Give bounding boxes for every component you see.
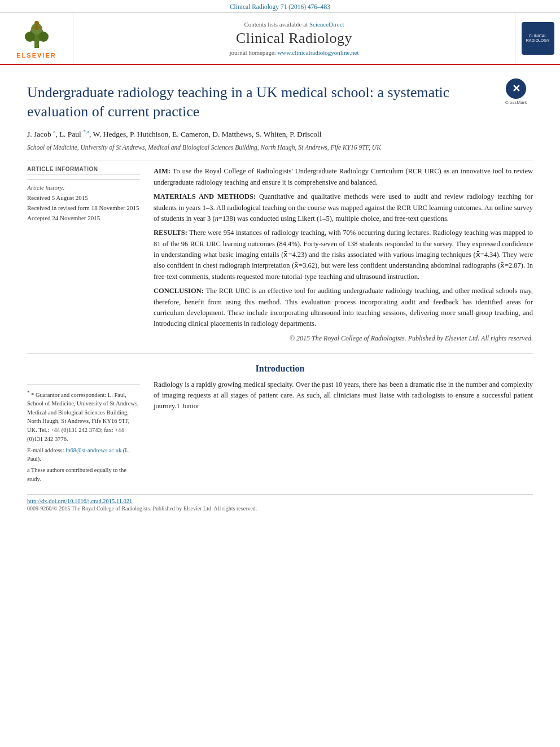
introduction-heading: Introduction	[27, 364, 533, 374]
abstract-methods: MATERIALS AND METHODS: Quantitative and …	[154, 191, 533, 224]
elsevier-wordmark: ELSEVIER	[16, 52, 56, 59]
intro-two-col: * * Guarantor and correspondent: L. Paul…	[27, 379, 533, 486]
main-content: Undergraduate radiology teaching in a UK…	[0, 65, 560, 523]
radiology-logo-box: CLINICALRADIOLOGY	[522, 22, 554, 55]
journal-homepage-line: journal homepage: www.clinicalradiologyo…	[229, 49, 358, 56]
issn-line: 0009-9260/© 2015 The Royal College of Ra…	[27, 505, 533, 512]
abstract-results: RESULTS: There were 954 instances of rad…	[154, 228, 533, 282]
journal-homepage-link[interactable]: www.clinicalradiologyonline.net	[277, 49, 358, 56]
journal-logo-right: CLINICALRADIOLOGY	[515, 13, 560, 64]
revised-date: Received in revised form 18 November 201…	[27, 203, 140, 213]
authors-line: J. Jacob a, L. Paul *,a, W. Hedges, P. H…	[27, 128, 533, 140]
copyright-line: © 2015 The Royal College of Radiologists…	[154, 334, 533, 343]
title-row: Undergraduate radiology teaching in a UK…	[27, 75, 533, 128]
svg-rect-6	[35, 25, 38, 30]
abstract-conclusion: CONCLUSION: The RCR URC is an effective …	[154, 286, 533, 330]
section-divider-1	[27, 160, 533, 160]
intro-paragraph: Radiology is a rapidly growing medical s…	[154, 379, 533, 412]
article-history-label: Article history:	[27, 184, 140, 191]
received-date: Received 5 August 2015	[27, 193, 140, 203]
crossmark-label: CrossMark	[505, 100, 527, 105]
footnote-email: E-mail address: lp68@st-andrews.ac.uk (L…	[27, 446, 140, 464]
citation-bar: Clinical Radiology 71 (2016) 476–483	[0, 0, 560, 13]
abstract-section: ARTICLE INFORMATION Article history: Rec…	[27, 166, 533, 342]
affiliation: School of Medicine, University of St And…	[27, 143, 533, 152]
journal-center-info: Contents lists available at ScienceDirec…	[73, 13, 515, 64]
intro-text-col: Radiology is a rapidly growing medical s…	[154, 379, 533, 486]
svg-rect-0	[34, 41, 39, 48]
intro-left-footnotes: * * Guarantor and correspondent: L. Paul…	[27, 379, 140, 486]
svg-point-5	[34, 21, 39, 25]
journal-title: Clinical Radiology	[236, 30, 352, 47]
sciencedirect-line: Contents lists available at ScienceDirec…	[244, 21, 344, 28]
email-link[interactable]: lp68@st-andrews.ac.uk	[65, 447, 121, 453]
sciencedirect-link[interactable]: ScienceDirect	[309, 21, 344, 28]
footnote-contribution: a These authors contributed equally to t…	[27, 466, 140, 484]
radiology-logo-text: CLINICALRADIOLOGY	[526, 34, 550, 43]
abstract-aim: AIM: To use the Royal College of Radiolo…	[154, 166, 533, 188]
paper-title: Undergraduate radiology teaching in a UK…	[27, 83, 499, 121]
article-info-label: ARTICLE INFORMATION	[27, 166, 140, 174]
bottom-bar: http://dx.doi.org/10.1016/j.crad.2015.11…	[27, 494, 533, 512]
introduction-section: Introduction * * Guarantor and correspon…	[27, 364, 533, 486]
crossmark-badge[interactable]: ✕ CrossMark	[499, 78, 533, 105]
elsevier-logo: ELSEVIER	[0, 13, 73, 64]
accepted-date: Accepted 24 November 2015	[27, 213, 140, 224]
article-info-col: ARTICLE INFORMATION Article history: Rec…	[27, 166, 140, 342]
section-divider-2	[27, 353, 533, 353]
footnote-section: * * Guarantor and correspondent: L. Paul…	[27, 384, 140, 484]
footnote-guarantor: * * Guarantor and correspondent: L. Paul…	[27, 389, 140, 444]
crossmark-icon: ✕	[506, 78, 526, 99]
journal-header: ELSEVIER Contents lists available at Sci…	[0, 13, 560, 65]
elsevier-tree-icon	[20, 19, 54, 50]
abstract-col: AIM: To use the Royal College of Radiolo…	[154, 166, 533, 342]
citation-text: Clinical Radiology 71 (2016) 476–483	[230, 3, 330, 10]
doi-link[interactable]: http://dx.doi.org/10.1016/j.crad.2015.11…	[27, 498, 533, 504]
